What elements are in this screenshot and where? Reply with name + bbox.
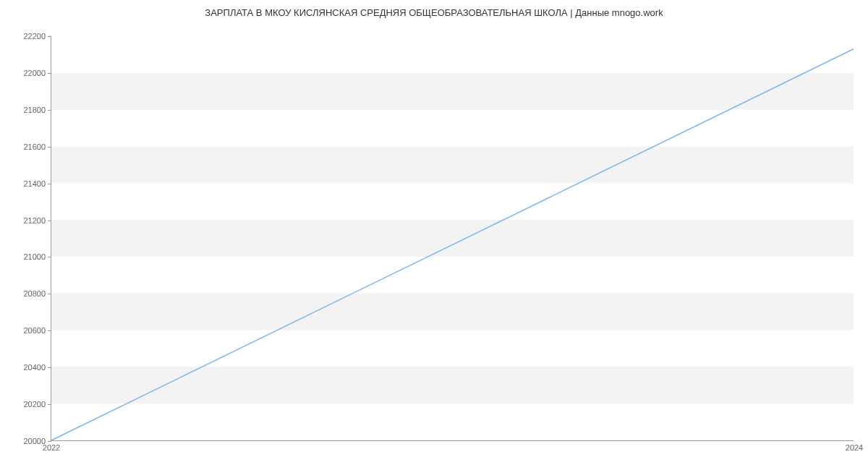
y-tick-label: 20600	[2, 326, 46, 335]
x-tick-label: 2022	[43, 443, 60, 452]
chart-title: ЗАРПЛАТА В МКОУ КИСЛЯНСКАЯ СРЕДНЯЯ ОБЩЕО…	[0, 7, 868, 18]
y-tick-label: 21600	[2, 142, 46, 151]
y-tick-label: 20800	[2, 289, 46, 298]
y-tick-mark	[48, 73, 51, 74]
y-tick-mark	[48, 221, 51, 221]
svg-rect-4	[51, 73, 854, 110]
y-tick-mark	[48, 294, 51, 294]
y-tick-mark	[48, 184, 51, 184]
y-tick-label: 20400	[2, 363, 46, 372]
salary-chart: ЗАРПЛАТА В МКОУ КИСЛЯНСКАЯ СРЕДНЯЯ ОБЩЕО…	[0, 0, 868, 470]
y-tick-mark	[48, 441, 51, 442]
plot-area: 2000020200204002060020800210002120021400…	[51, 36, 854, 441]
x-tick-label: 2024	[846, 443, 863, 452]
y-tick-mark	[48, 36, 51, 37]
svg-rect-3	[51, 146, 854, 183]
y-tick-label: 21000	[2, 252, 46, 261]
y-tick-label: 21200	[2, 216, 46, 225]
svg-rect-1	[51, 294, 854, 330]
y-tick-label: 22000	[2, 69, 46, 77]
y-tick-mark	[48, 367, 51, 368]
y-tick-label: 22200	[2, 32, 46, 40]
chart-svg	[51, 36, 854, 440]
y-tick-label: 20200	[2, 400, 46, 409]
y-tick-mark	[48, 404, 51, 405]
svg-rect-2	[51, 220, 854, 257]
y-tick-mark	[48, 330, 51, 331]
y-tick-mark	[48, 110, 51, 111]
y-tick-mark	[48, 147, 51, 148]
y-tick-label: 21800	[2, 106, 46, 114]
y-tick-label: 21400	[2, 179, 46, 188]
svg-rect-0	[51, 367, 854, 403]
y-tick-label: 20000	[2, 437, 46, 445]
y-tick-mark	[48, 257, 51, 257]
